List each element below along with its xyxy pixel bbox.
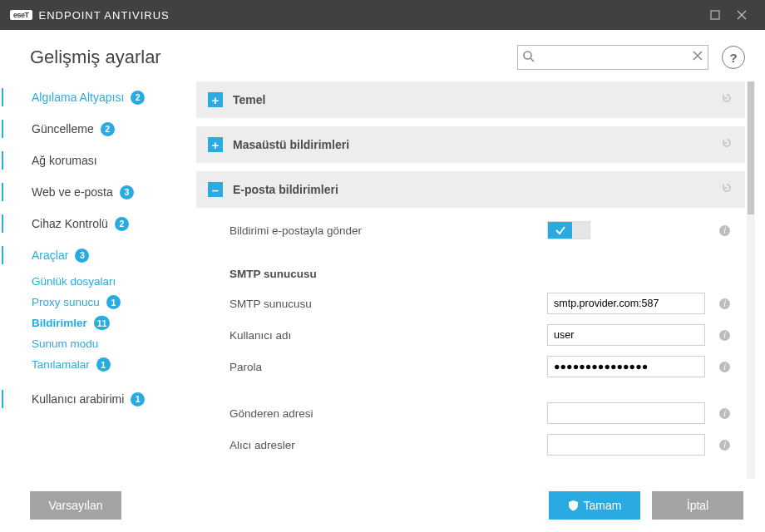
count-badge: 1 (96, 357, 111, 372)
close-icon (737, 10, 747, 20)
sidebar-item-label: Araçlar (32, 249, 68, 262)
group-label: SMTP sunucusu (230, 268, 733, 280)
scrollbar-thumb[interactable] (748, 81, 754, 214)
field-label: Kullanıcı adı (230, 329, 547, 342)
check-icon (555, 224, 566, 236)
square-icon (710, 10, 720, 20)
svg-point-1 (524, 52, 531, 59)
count-badge: 3 (75, 249, 89, 263)
brand-badge: eseT (10, 10, 32, 20)
input-smtp-username[interactable] (547, 324, 705, 346)
shield-icon (568, 500, 579, 511)
count-badge: 2 (115, 217, 129, 231)
row-send-by-email: Bildirimi e-postayla gönder i (196, 216, 745, 244)
ok-button[interactable]: Tamam (549, 491, 640, 520)
content-scrollbar[interactable] (747, 81, 755, 479)
field-label: Gönderen adresi (230, 407, 547, 420)
section-header-basic[interactable]: + Temel (196, 81, 745, 118)
sidebar-item-label: Proxy sunucu (32, 296, 100, 308)
revert-icon[interactable] (720, 181, 733, 198)
field-label: SMTP sunucusu (230, 298, 547, 310)
count-badge: 1 (131, 392, 145, 406)
info-icon[interactable]: i (715, 361, 733, 373)
count-badge: 11 (94, 316, 111, 330)
default-button[interactable]: Varsayılan (30, 491, 121, 520)
sidebar-subitem-log-files[interactable]: Günlük dosyaları (27, 271, 196, 292)
expand-icon: + (208, 92, 223, 107)
section-title: Temel (233, 93, 710, 106)
collapse-icon: – (208, 182, 223, 197)
row-from-address: Gönderen adresi i (196, 397, 745, 429)
content-pane: + Temel + Masaüstü bildirimleri – E-post… (196, 81, 755, 479)
sidebar-subitem-notifications[interactable]: Bildirimler 11 (27, 313, 196, 333)
clear-search-button[interactable] (692, 50, 703, 65)
toggle-send-by-email[interactable] (547, 221, 590, 239)
page-title: Gelişmiş ayarlar (30, 47, 504, 68)
row-smtp-password: Parola i (196, 351, 745, 382)
row-smtp-username: Kullanıcı adı i (196, 319, 745, 351)
sidebar-item-label: Kullanıcı arabirimi (32, 392, 124, 406)
sidebar-item-label: Bildirimler (32, 317, 87, 329)
sidebar-item-update[interactable]: Güncelleme 2 (27, 113, 196, 145)
section-title: E-posta bildirimleri (233, 183, 710, 196)
sidebar-item-user-interface[interactable]: Kullanıcı arabirimi 1 (27, 383, 196, 415)
sidebar-item-tools[interactable]: Araçlar 3 (27, 239, 196, 271)
window-maximize-button[interactable] (702, 0, 728, 30)
field-label: Bildirimi e-postayla gönder (230, 224, 547, 237)
input-from-address[interactable] (547, 402, 705, 424)
revert-icon[interactable] (720, 91, 733, 108)
sidebar-subitem-diagnostics[interactable]: Tanılamalar 1 (27, 354, 196, 375)
search-field (517, 45, 708, 70)
sidebar-subitem-proxy[interactable]: Proxy sunucu 1 (27, 292, 196, 313)
sidebar-item-label: Sunum modu (32, 337, 98, 350)
count-badge: 2 (131, 91, 145, 105)
help-button[interactable]: ? (722, 46, 745, 69)
section-header-desktop-notifications[interactable]: + Masaüstü bildirimleri (196, 126, 745, 163)
info-icon[interactable]: i (715, 329, 733, 342)
input-smtp-password[interactable] (547, 356, 705, 377)
revert-icon[interactable] (720, 136, 733, 153)
expand-icon: + (208, 137, 223, 152)
field-label: Parola (230, 361, 547, 373)
section-title: Masaüstü bildirimleri (233, 138, 710, 151)
svg-rect-0 (711, 11, 719, 19)
row-recipient-addresses: Alıcı adresler i (196, 429, 745, 461)
ok-button-label: Tamam (584, 499, 622, 512)
header: Gelişmiş ayarlar ? (0, 30, 765, 81)
brand-text: ENDPOINT ANTIVIRUS (39, 9, 170, 22)
sidebar-item-label: Güncelleme (32, 122, 94, 135)
sidebar-subitem-presentation-mode[interactable]: Sunum modu (27, 333, 196, 354)
input-smtp-server[interactable] (547, 293, 705, 314)
sidebar-item-label: Günlük dosyaları (32, 275, 116, 288)
sidebar-item-web-email[interactable]: Web ve e-posta 3 (27, 176, 196, 208)
titlebar: eseT ENDPOINT ANTIVIRUS (0, 0, 765, 30)
sidebar-item-device-control[interactable]: Cihaz Kontrolü 2 (27, 208, 196, 239)
info-icon[interactable]: i (715, 224, 733, 237)
window-close-button[interactable] (728, 0, 755, 30)
count-badge: 3 (120, 185, 134, 200)
sidebar-item-network-protection[interactable]: Ağ koruması (27, 145, 196, 176)
info-icon[interactable]: i (715, 298, 733, 310)
row-partial (196, 475, 745, 479)
sidebar-item-label: Algılama Altyapısı (32, 91, 124, 104)
app-window: eseT ENDPOINT ANTIVIRUS Gelişmiş ayarlar… (0, 0, 765, 532)
count-badge: 1 (106, 295, 121, 309)
count-badge: 2 (101, 122, 115, 136)
info-icon[interactable]: i (715, 439, 733, 451)
sidebar-item-label: Tanılamalar (32, 358, 90, 371)
info-icon[interactable]: i (715, 407, 733, 420)
section-header-email-notifications[interactable]: – E-posta bildirimleri (196, 171, 745, 208)
search-icon (522, 50, 536, 66)
footer: Varsayılan Tamam İptal (0, 479, 765, 532)
sidebar-item-label: Web ve e-posta (32, 185, 113, 199)
sidebar-item-label: Ağ koruması (32, 154, 97, 167)
sidebar-item-label: Cihaz Kontrolü (32, 217, 108, 230)
cancel-button[interactable]: İptal (652, 491, 743, 520)
row-smtp-server: SMTP sunucusu i (196, 288, 745, 319)
field-label: Alıcı adresler (230, 439, 547, 451)
sidebar: Algılama Altyapısı 2 Güncelleme 2 Ağ kor… (0, 81, 196, 479)
sidebar-item-detection-engine[interactable]: Algılama Altyapısı 2 (27, 81, 196, 113)
search-input[interactable] (517, 45, 708, 70)
row-smtp-group: SMTP sunucusu (196, 259, 745, 288)
input-recipient-addresses[interactable] (547, 434, 705, 456)
